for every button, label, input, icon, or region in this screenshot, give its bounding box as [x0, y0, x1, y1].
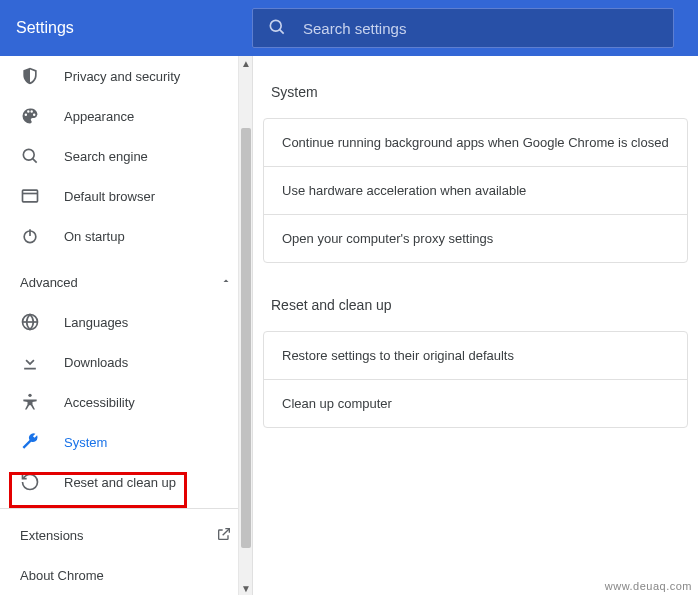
- divider: [0, 508, 252, 509]
- setting-row-proxy[interactable]: Open your computer's proxy settings: [264, 215, 687, 262]
- setting-row-cleanup[interactable]: Clean up computer: [264, 380, 687, 427]
- sidebar-item-privacy[interactable]: Privacy and security: [0, 56, 252, 96]
- svg-point-0: [270, 20, 281, 31]
- main-content: System Continue running background apps …: [253, 56, 698, 595]
- chevron-up-icon: [220, 275, 232, 290]
- sidebar-item-default-browser[interactable]: Default browser: [0, 176, 252, 216]
- scroll-thumb[interactable]: [241, 128, 251, 548]
- shield-icon: [20, 66, 40, 86]
- sidebar-item-label: Languages: [64, 315, 128, 330]
- sidebar-item-system[interactable]: System: [0, 422, 252, 462]
- sidebar-item-accessibility[interactable]: Accessibility: [0, 382, 252, 422]
- sidebar-item-label: Downloads: [64, 355, 128, 370]
- reset-card: Restore settings to their original defau…: [263, 331, 688, 428]
- accessibility-icon: [20, 392, 40, 412]
- search-icon: [20, 146, 40, 166]
- setting-row-background-apps[interactable]: Continue running background apps when Go…: [264, 119, 687, 167]
- header: Settings: [0, 0, 698, 56]
- sidebar-item-label: Accessibility: [64, 395, 135, 410]
- advanced-label: Advanced: [20, 275, 78, 290]
- svg-line-1: [280, 29, 284, 33]
- sidebar-item-about[interactable]: About Chrome: [0, 555, 252, 595]
- sidebar-item-label: Search engine: [64, 149, 148, 164]
- sidebar-item-label: On startup: [64, 229, 125, 244]
- wrench-icon: [20, 432, 40, 452]
- external-link-icon: [216, 526, 232, 545]
- svg-rect-4: [23, 190, 38, 202]
- palette-icon: [20, 106, 40, 126]
- sidebar-item-downloads[interactable]: Downloads: [0, 342, 252, 382]
- restore-icon: [20, 472, 40, 492]
- sidebar-item-label: About Chrome: [20, 568, 104, 583]
- page-title: Settings: [16, 19, 252, 37]
- svg-point-2: [23, 149, 34, 160]
- sidebar-item-label: Reset and clean up: [64, 475, 176, 490]
- globe-icon: [20, 312, 40, 332]
- search-input[interactable]: [303, 20, 659, 37]
- sidebar-scrollbar[interactable]: ▲ ▼: [238, 56, 252, 595]
- section-heading-reset: Reset and clean up: [263, 293, 688, 331]
- system-card: Continue running background apps when Go…: [263, 118, 688, 263]
- search-icon: [267, 17, 287, 40]
- sidebar-item-label: Extensions: [20, 528, 84, 543]
- power-icon: [20, 226, 40, 246]
- setting-row-hardware-accel[interactable]: Use hardware acceleration when available: [264, 167, 687, 215]
- sidebar-item-label: Privacy and security: [64, 69, 180, 84]
- sidebar: Privacy and security Appearance Search e…: [0, 56, 253, 595]
- svg-line-3: [33, 159, 37, 163]
- setting-row-restore-defaults[interactable]: Restore settings to their original defau…: [264, 332, 687, 380]
- sidebar-item-on-startup[interactable]: On startup: [0, 216, 252, 256]
- content-columns: Privacy and security Appearance Search e…: [0, 56, 698, 595]
- section-heading-system: System: [263, 80, 688, 118]
- sidebar-item-appearance[interactable]: Appearance: [0, 96, 252, 136]
- download-icon: [20, 352, 40, 372]
- scroll-down-arrow[interactable]: ▼: [239, 581, 253, 595]
- sidebar-item-search-engine[interactable]: Search engine: [0, 136, 252, 176]
- sidebar-item-label: Default browser: [64, 189, 155, 204]
- advanced-toggle[interactable]: Advanced: [0, 262, 252, 302]
- search-box[interactable]: [252, 8, 674, 48]
- sidebar-item-reset[interactable]: Reset and clean up: [0, 462, 252, 502]
- sidebar-item-label: System: [64, 435, 107, 450]
- watermark: www.deuaq.com: [605, 580, 692, 592]
- svg-point-10: [28, 394, 31, 397]
- scroll-up-arrow[interactable]: ▲: [239, 56, 253, 70]
- sidebar-item-label: Appearance: [64, 109, 134, 124]
- browser-icon: [20, 186, 40, 206]
- sidebar-item-languages[interactable]: Languages: [0, 302, 252, 342]
- sidebar-item-extensions[interactable]: Extensions: [0, 515, 252, 555]
